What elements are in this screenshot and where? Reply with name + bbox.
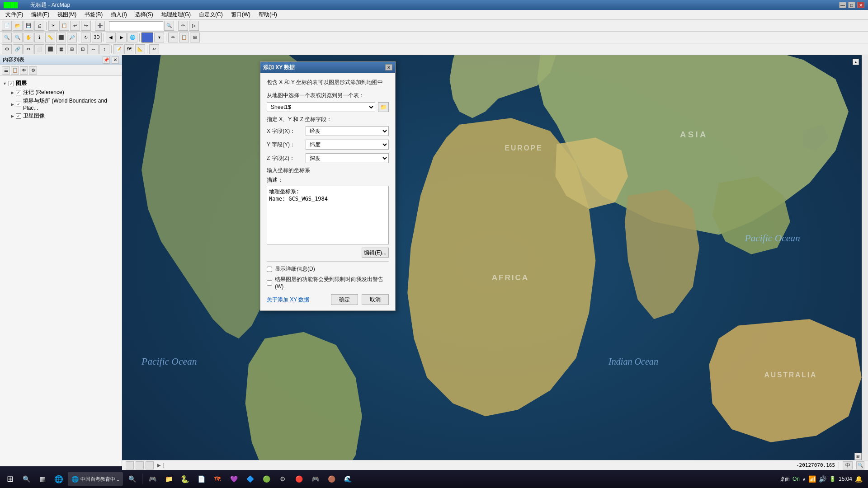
menu-select[interactable]: 选择(S) — [132, 10, 157, 19]
zoom-full-btn[interactable]: ⊞ — [190, 33, 200, 42]
t3-btn12[interactable]: 🗺 — [124, 44, 134, 54]
cancel-button[interactable]: 取消 — [362, 294, 389, 305]
copy-btn[interactable]: 📋 — [59, 21, 69, 31]
t3-btn13[interactable]: 📐 — [135, 44, 145, 54]
toc-options-btn[interactable]: ⚙ — [29, 66, 37, 75]
new-btn[interactable]: 📄 — [2, 21, 12, 31]
t3-btn14[interactable]: ↩ — [149, 44, 159, 54]
t3-btn11[interactable]: 📝 — [113, 44, 123, 54]
toc-list-btn[interactable]: ☰ — [2, 66, 10, 75]
measure-btn[interactable]: 📏 — [45, 33, 55, 42]
pan-btn[interactable]: ✋ — [24, 33, 33, 42]
task-vscode-btn[interactable]: 🔷 — [242, 471, 258, 487]
task-settings-btn[interactable]: ⚙ — [274, 471, 291, 487]
task-widgets-btn[interactable]: ▦ — [34, 471, 51, 487]
menu-view[interactable]: 视图(M) — [54, 10, 80, 19]
browse-folder-button[interactable]: 📁 — [378, 102, 389, 112]
menu-edit[interactable]: 编辑(E) — [28, 10, 53, 19]
toc-item-annotation[interactable]: ▶ 注记 (Reference) — [2, 88, 120, 97]
task-app4-btn[interactable]: 🌊 — [340, 471, 356, 487]
map-view[interactable]: Arctic Ocean Pacific Ocean Pacific Ocean… — [122, 55, 868, 466]
t3-btn8[interactable]: ⊡ — [78, 44, 88, 54]
x-field-select[interactable]: 经度 — [306, 126, 389, 136]
task-purple-btn[interactable]: 💜 — [226, 471, 242, 487]
coord-description-box[interactable]: 地理坐标系: Name: GCS_WGS_1984 — [267, 186, 389, 244]
rotate-btn[interactable]: ↻ — [81, 33, 91, 42]
task-word-btn[interactable]: 📄 — [193, 471, 209, 487]
task-files-btn[interactable]: 📁 — [160, 471, 177, 487]
map-expand-btn[interactable]: ⊞ — [854, 453, 862, 460]
menu-bookmark[interactable]: 书签(B) — [81, 10, 106, 19]
menu-customize[interactable]: 自定义(C) — [195, 10, 226, 19]
t3-btn9[interactable]: ↔ — [89, 44, 99, 54]
select-features-btn[interactable]: ⬛ — [56, 33, 66, 42]
select-btn[interactable]: ▷ — [189, 21, 199, 31]
t3-btn7[interactable]: ⊞ — [67, 44, 77, 54]
menu-geoprocess[interactable]: 地理处理(G) — [158, 10, 194, 19]
prev-extent-btn[interactable]: ◀ — [106, 33, 116, 42]
task-app2-btn[interactable]: 🎮 — [307, 471, 323, 487]
editor-toolbar-btn[interactable]: ✏ — [168, 33, 178, 42]
toc-visibility-btn[interactable]: 👁 — [20, 66, 28, 75]
task-browser-app[interactable]: 🌐 中国自考教育中... — [68, 472, 123, 486]
clock-time[interactable]: 15:04 — [839, 476, 852, 482]
boundaries-checkbox[interactable] — [16, 102, 21, 107]
cut-btn[interactable]: ✂ — [48, 21, 58, 31]
scale-zoom-btn[interactable]: 🔍 — [164, 21, 174, 31]
close-button[interactable]: ✕ — [857, 2, 864, 8]
globe-btn[interactable]: 🌐 — [127, 33, 137, 42]
layers-checkbox[interactable] — [9, 81, 14, 86]
color-dropdown[interactable]: ▾ — [154, 33, 164, 42]
notification-btn[interactable]: 🔔 — [855, 475, 863, 483]
zoom-in-btn[interactable]: 🔍 — [2, 33, 12, 42]
color-swatch[interactable] — [142, 33, 153, 42]
show-details-checkbox[interactable] — [267, 267, 272, 272]
status-zoom-btn[interactable]: 🔍 — [856, 461, 864, 469]
task-app1-btn[interactable]: 🟢 — [258, 471, 274, 487]
editor-btn[interactable]: ✏ — [178, 21, 188, 31]
page-view-btn[interactable] — [146, 461, 154, 469]
identify-btn[interactable]: ℹ — [34, 33, 44, 42]
menu-file[interactable]: 文件(F) — [2, 10, 27, 19]
start-button[interactable]: ⊞ — [2, 471, 18, 487]
task-search-btn[interactable]: 🔍 — [124, 471, 140, 487]
y-field-select[interactable]: 纬度 — [306, 140, 389, 150]
grid-toggle-btn[interactable]: 中 — [843, 461, 853, 469]
toc-close-btn[interactable]: ✕ — [112, 56, 119, 64]
satellite-checkbox[interactable] — [16, 113, 21, 119]
chevron-up-icon[interactable]: ∧ — [802, 477, 806, 482]
menu-window[interactable]: 窗口(W) — [227, 10, 254, 19]
t3-btn3[interactable]: ✂ — [24, 44, 33, 54]
zoom-out-btn[interactable]: 🔍 — [13, 33, 23, 42]
annotation-checkbox[interactable] — [16, 90, 21, 95]
task-chrome-btn[interactable]: 🔴 — [291, 471, 307, 487]
data-view-btn[interactable] — [136, 461, 144, 469]
add-data-btn[interactable]: ➕ — [95, 21, 105, 31]
3d-btn[interactable]: 3D — [92, 33, 102, 42]
redo-btn[interactable]: ↪ — [81, 21, 91, 31]
task-edge-btn[interactable]: 🌐 — [51, 471, 67, 487]
save-btn[interactable]: 💾 — [24, 21, 33, 31]
edit-coordinate-button[interactable]: 编辑(E)... — [362, 248, 389, 258]
print-btn[interactable]: 🖨 — [34, 21, 44, 31]
volume-icon[interactable]: 🔊 — [819, 475, 826, 483]
t3-btn4[interactable]: ⬜ — [34, 44, 44, 54]
task-steam-btn[interactable]: 🎮 — [144, 471, 160, 487]
maximize-button[interactable]: □ — [848, 2, 855, 8]
toc-item-boundaries[interactable]: ▶ 境界与场所 (World Boundaries and Plac... — [2, 97, 120, 112]
toc-source-btn[interactable]: 📋 — [11, 66, 19, 75]
nav-up-btn[interactable]: ▲ — [853, 59, 859, 65]
map-scrollbar-right[interactable] — [862, 55, 868, 460]
network-icon[interactable]: 📶 — [808, 475, 816, 483]
warn-features-checkbox[interactable] — [267, 280, 272, 286]
minimize-button[interactable]: — — [839, 2, 846, 8]
open-btn[interactable]: 📂 — [13, 21, 23, 31]
task-python-btn[interactable]: 🐍 — [177, 471, 193, 487]
scale-input[interactable]: 1:125,000,000 — [109, 21, 163, 30]
t3-btn2[interactable]: 🔗 — [13, 44, 23, 54]
t3-btn1[interactable]: ⚙ — [2, 44, 12, 54]
t3-btn6[interactable]: ▦ — [56, 44, 66, 54]
layout-btn[interactable]: 📋 — [179, 33, 189, 42]
dialog-close-button[interactable]: ✕ — [385, 64, 392, 70]
table-select[interactable]: Sheet1$ — [267, 102, 375, 112]
